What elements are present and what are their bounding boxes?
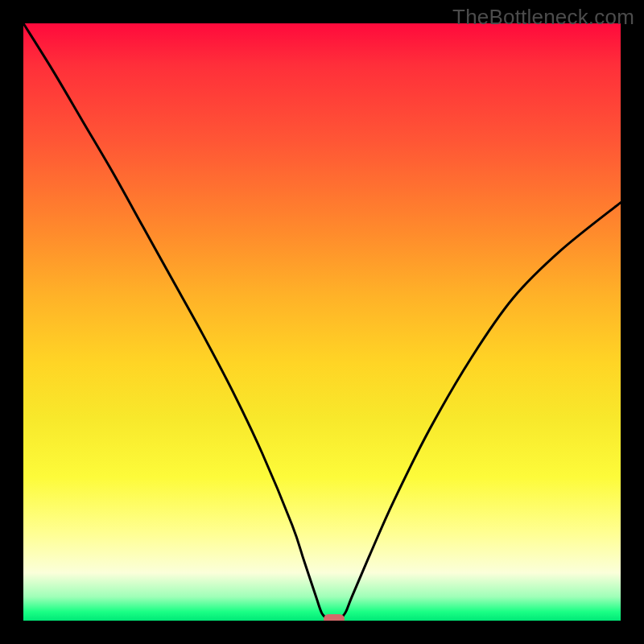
curve-path (23, 23, 621, 619)
watermark-text: TheBottleneck.com (452, 5, 634, 30)
min-marker (324, 614, 345, 621)
chart-frame: TheBottleneck.com (0, 0, 644, 644)
plot-area (23, 23, 621, 621)
bottleneck-curve (23, 23, 621, 621)
